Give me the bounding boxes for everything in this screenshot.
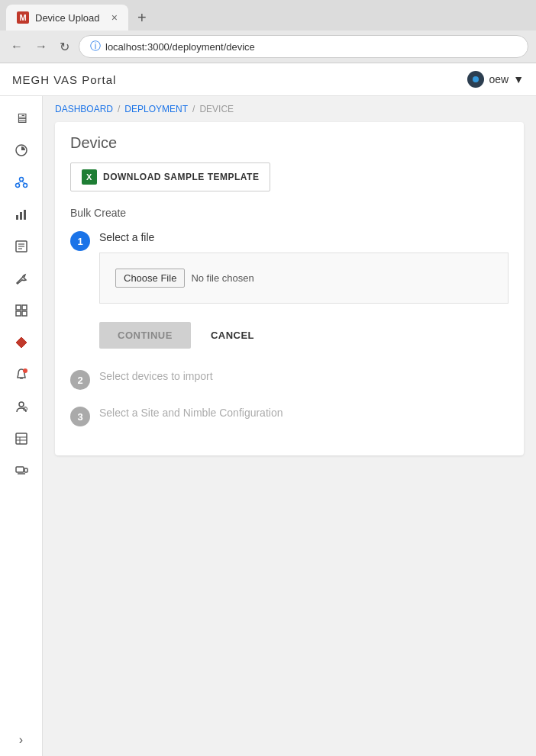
tab-favicon: M	[17, 11, 29, 24]
app-title: MEGH VAS Portal	[12, 73, 116, 86]
svg-rect-7	[20, 212, 22, 220]
tab-bar: M Device Upload × +	[0, 0, 536, 31]
tab-close-button[interactable]: ×	[111, 11, 118, 24]
user-avatar	[467, 71, 484, 88]
page-card: Device X DOWNLOAD SAMPLE TEMPLATE Bulk C…	[55, 122, 524, 455]
sidebar-item-charts[interactable]	[6, 200, 37, 229]
svg-marker-17	[16, 337, 27, 348]
download-template-button[interactable]: X DOWNLOAD SAMPLE TEMPLATE	[70, 162, 270, 191]
svg-rect-23	[16, 433, 27, 444]
step-1: 1 Select a file Choose File No file chos…	[70, 231, 509, 355]
app-body: 🖥	[0, 96, 536, 756]
sidebar-item-user-settings[interactable]	[6, 392, 37, 421]
choose-file-button[interactable]: Choose File	[115, 269, 185, 288]
breadcrumb-sep-2: /	[192, 104, 195, 114]
refresh-button[interactable]: ↻	[57, 37, 73, 57]
svg-point-2	[15, 184, 19, 188]
svg-line-4	[18, 182, 21, 184]
active-tab[interactable]: M Device Upload ×	[6, 5, 128, 31]
page-title: Device	[70, 134, 509, 152]
sidebar-item-spreadsheet[interactable]	[6, 424, 37, 453]
info-icon: ⓘ	[90, 40, 101, 53]
sidebar-item-bell[interactable]	[6, 360, 37, 389]
breadcrumb-dashboard[interactable]: DASHBOARD	[55, 104, 113, 114]
username: oew	[489, 73, 509, 85]
step-2-circle: 2	[70, 370, 90, 390]
forward-button[interactable]: →	[32, 37, 50, 56]
step-1-content: Select a file Choose File No file chosen…	[99, 231, 509, 355]
file-input: Choose File No file chosen	[115, 269, 492, 288]
step-3-label: Select a Site and Nimble Configuration	[99, 407, 509, 419]
address-bar: ← → ↻ ⓘ localhost:3000/deployment/device	[0, 31, 536, 63]
step-1-label: Select a file	[99, 231, 509, 243]
new-tab-button[interactable]: +	[131, 6, 153, 30]
bulk-create-title: Bulk Create	[70, 207, 509, 219]
sidebar-item-analytics[interactable]	[6, 136, 37, 165]
app-header: MEGH VAS Portal oew ▼	[0, 63, 536, 96]
sidebar-item-grid[interactable]	[6, 296, 37, 325]
sidebar-item-nodes[interactable]	[6, 168, 37, 197]
step-3-content: Select a Site and Nimble Configuration	[99, 407, 509, 428]
step-3-circle: 3	[70, 407, 90, 426]
svg-point-3	[23, 184, 27, 188]
main-content: DASHBOARD / DEPLOYMENT / DEVICE Device X…	[43, 96, 536, 756]
breadcrumb: DASHBOARD / DEPLOYMENT / DEVICE	[43, 96, 536, 122]
svg-rect-15	[16, 311, 21, 316]
tab-title: Device Upload	[35, 12, 100, 24]
sidebar: 🖥	[0, 96, 43, 756]
sidebar-item-diamond[interactable]	[6, 328, 37, 357]
svg-line-5	[21, 182, 25, 184]
sidebar-item-pages[interactable]	[6, 232, 37, 261]
back-button[interactable]: ←	[8, 37, 26, 56]
file-name-display: No file chosen	[191, 272, 253, 284]
avatar-dot	[473, 76, 479, 82]
step-3: 3 Select a Site and Nimble Configuration	[70, 407, 509, 428]
sidebar-item-tools[interactable]	[6, 264, 37, 293]
svg-point-19	[23, 368, 27, 373]
file-input-area: Choose File No file chosen	[99, 253, 509, 304]
url-text: localhost:3000/deployment/device	[105, 41, 255, 53]
breadcrumb-deployment[interactable]: DEPLOYMENT	[124, 104, 188, 114]
download-btn-label: DOWNLOAD SAMPLE TEMPLATE	[103, 172, 259, 182]
breadcrumb-device: DEVICE	[199, 104, 234, 114]
step-2-content: Select devices to import	[99, 370, 509, 391]
svg-rect-6	[16, 215, 18, 220]
svg-rect-27	[16, 467, 24, 472]
svg-rect-14	[22, 305, 27, 310]
user-dropdown-icon: ▼	[513, 73, 524, 85]
step-1-circle: 1	[70, 231, 90, 251]
excel-icon: X	[82, 169, 97, 185]
step-2: 2 Select devices to import	[70, 370, 509, 391]
cancel-button[interactable]: CANCEL	[197, 322, 268, 349]
action-buttons: CONTINUE CANCEL	[99, 316, 509, 355]
svg-rect-13	[16, 305, 21, 310]
continue-button[interactable]: CONTINUE	[99, 322, 191, 349]
svg-rect-28	[24, 468, 27, 472]
toggle-icon: ›	[19, 733, 23, 747]
svg-rect-16	[22, 311, 27, 316]
url-bar[interactable]: ⓘ localhost:3000/deployment/device	[79, 35, 528, 58]
user-menu[interactable]: oew ▼	[467, 71, 524, 88]
svg-point-1	[19, 178, 23, 182]
breadcrumb-sep-1: /	[118, 104, 120, 114]
sidebar-item-device[interactable]	[6, 456, 37, 485]
svg-rect-8	[24, 210, 26, 220]
browser-chrome: M Device Upload × + ← → ↻ ⓘ localhost:30…	[0, 0, 536, 63]
sidebar-toggle-button[interactable]: ›	[6, 725, 37, 754]
step-2-label: Select devices to import	[99, 370, 509, 382]
sidebar-item-monitor[interactable]: 🖥	[6, 104, 37, 133]
svg-point-20	[19, 402, 24, 407]
